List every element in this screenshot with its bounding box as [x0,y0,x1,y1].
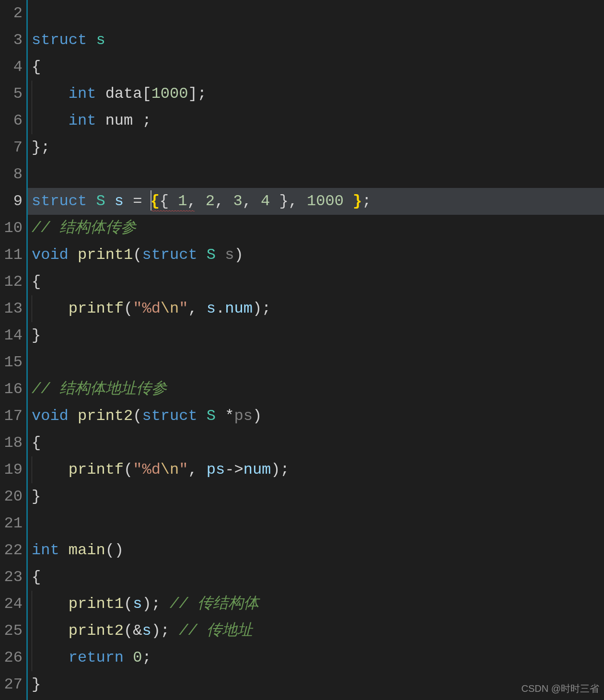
code-line[interactable]: int data[1000]; [28,81,604,107]
line-number: 3 [0,27,26,54]
token-type: s [96,31,105,49]
line-number: 21 [0,510,26,537]
token-text: { [32,434,41,452]
code-line[interactable] [28,161,604,188]
code-line[interactable]: }; [28,134,604,161]
token-number: 1 [178,192,187,210]
line-number: 8 [0,161,26,188]
token-text [32,300,69,317]
token-text [344,192,353,210]
code-line[interactable]: { [28,268,604,295]
line-number: 25 [0,618,26,644]
code-line[interactable]: } [28,322,604,349]
token-func: main [69,541,105,559]
code-line[interactable]: { [28,564,604,591]
token-keyword: int [69,85,96,103]
token-comment: // 传地址 [179,622,253,640]
code-line[interactable]: int main() [28,537,604,564]
indent-guide [32,644,32,671]
token-text: ( [133,407,142,425]
token-text: ; [142,649,151,666]
token-text: () [105,541,124,559]
code-line[interactable]: { [28,430,604,456]
token-text [32,622,69,640]
token-func: print1 [69,595,124,613]
indent-guide [32,456,32,483]
token-number: 0 [133,649,142,666]
line-number: 20 [0,483,26,510]
code-line[interactable]: } [28,671,604,698]
token-comment: // 传结构体 [170,595,259,613]
token-text: , [215,192,233,210]
token-text: { [32,568,41,586]
token-text: { [32,58,41,76]
token-text [124,649,133,666]
code-line[interactable]: void print2(struct S *ps) [28,403,604,430]
token-param: ps [234,407,252,425]
token-text: ); [151,622,179,640]
token-func: printf [69,300,124,317]
token-escape: \n [161,300,179,317]
code-line[interactable]: int num ; [28,107,604,134]
code-line[interactable]: struct S s = {{ 1, 2, 3, 4 }, 1000 }; [28,188,604,215]
code-editor[interactable]: 2345678910111213141516171819202122232425… [0,0,604,700]
line-number: 14 [0,322,26,349]
token-number: 1000 [307,192,344,210]
token-text: (& [124,622,142,640]
line-number: 12 [0,268,26,295]
code-line[interactable]: return 0; [28,644,604,671]
token-number: 1000 [151,85,188,103]
token-string: "%d [133,461,161,478]
token-text: ( [124,595,133,613]
token-type: S [207,246,216,264]
token-text [87,31,96,49]
code-area[interactable]: struct s{ int data[1000]; int num ;};str… [28,0,604,700]
code-line[interactable]: printf("%d\n", s.num); [28,295,604,322]
token-text [87,192,96,210]
line-number: 11 [0,242,26,268]
token-string: " [179,461,188,478]
line-number: 2 [0,0,26,27]
token-keyword: int [69,112,96,129]
token-keyword: struct [142,246,197,264]
code-line[interactable]: void print1(struct S s) [28,242,604,268]
token-text: data[ [96,85,151,103]
token-text: ( [133,246,142,264]
token-text: ]; [188,85,206,103]
indent-guide [32,591,32,618]
line-number: 5 [0,81,26,107]
code-line[interactable]: print1(s); // 传结构体 [28,591,604,618]
code-line[interactable] [28,0,604,27]
line-number: 23 [0,564,26,591]
token-bracket-bold: } [353,192,362,210]
code-line[interactable] [28,349,604,376]
token-string: " [179,300,188,317]
code-line[interactable]: printf("%d\n", ps->num); [28,456,604,483]
token-text: , [187,192,205,210]
token-var: s [207,300,216,317]
code-line[interactable]: print2(&s); // 传地址 [28,618,604,644]
token-number: 2 [206,192,215,210]
code-line[interactable] [28,510,604,537]
line-number: 10 [0,215,26,242]
token-text: ); [142,595,170,613]
token-text: , [243,192,261,210]
token-text [32,649,69,666]
line-number: 4 [0,54,26,81]
token-keyword: struct [142,407,197,425]
code-line[interactable]: struct s [28,27,604,54]
token-text: }; [32,139,50,156]
token-string: "%d [133,300,161,317]
code-line[interactable]: } [28,483,604,510]
token-var: num [244,461,271,478]
token-type: S [96,192,105,210]
code-line[interactable]: // 结构体传参 [28,215,604,242]
code-line[interactable]: { [28,54,604,81]
token-text [69,407,78,425]
token-comment: // 结构体地址传参 [32,380,167,398]
token-number: 4 [261,192,270,210]
token-text: } [32,676,41,693]
token-text: }, [270,192,307,210]
token-var: s [133,595,142,613]
code-line[interactable]: // 结构体地址传参 [28,376,604,403]
